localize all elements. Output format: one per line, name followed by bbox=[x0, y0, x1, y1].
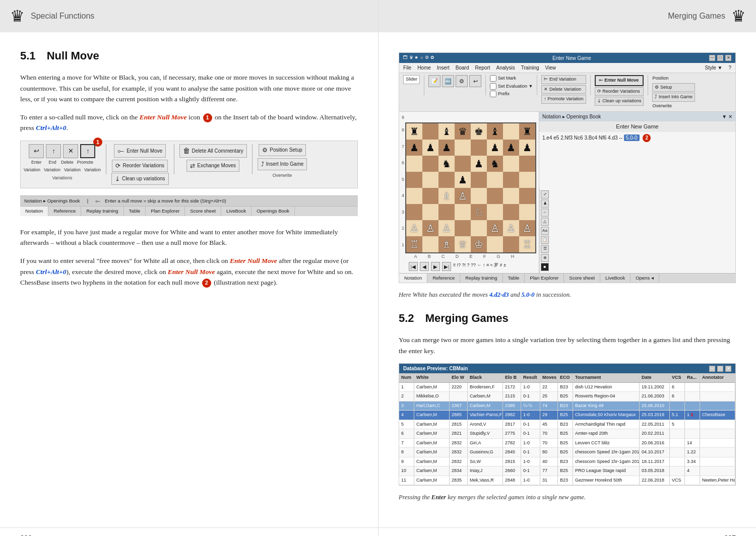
menu-board[interactable]: Board bbox=[456, 64, 469, 72]
tab-plan-explorer[interactable]: Plan Explorer bbox=[146, 207, 185, 216]
enter-null-move-button[interactable]: ⟜ Enter Null Move bbox=[114, 144, 166, 158]
cell-3-6[interactable] bbox=[503, 172, 519, 188]
table-row[interactable]: 10 Carlsen,M 2834 Iniay,J 2660 0-1 77 B2… bbox=[399, 466, 735, 476]
tb-icon-3[interactable]: ⚙ bbox=[456, 75, 468, 87]
tab-openings-book[interactable]: Openings Book bbox=[251, 207, 295, 216]
cell-4-5[interactable] bbox=[487, 188, 503, 204]
cell-3-2[interactable] bbox=[438, 172, 455, 188]
chess-tab-reference[interactable]: Reference bbox=[427, 274, 460, 283]
cell-3-7[interactable] bbox=[519, 172, 535, 188]
cell-4-2[interactable]: ♗ bbox=[438, 188, 455, 204]
tb-icon-4[interactable]: ↩ bbox=[469, 75, 481, 87]
cell-7-0[interactable]: ♖ bbox=[406, 236, 422, 252]
insert-into-game-btn[interactable]: ⤴ Insert Into Game bbox=[258, 158, 307, 170]
table-row[interactable]: 3 Harl,Oam,C 2367 Carlsen,M 2385 ½-½ 74 … bbox=[399, 401, 735, 411]
promote-btn[interactable]: ↑ bbox=[80, 144, 95, 158]
chess-tab-livebook[interactable]: LiveBook bbox=[600, 274, 631, 283]
cell-3-4[interactable] bbox=[471, 172, 487, 188]
cell-2-3[interactable] bbox=[455, 156, 471, 172]
side-btn-7[interactable]: ☰ bbox=[541, 245, 549, 253]
cell-0-5[interactable]: ♝ bbox=[487, 123, 503, 140]
clean-up-btn[interactable]: ⤓ Clean up variations bbox=[111, 173, 169, 185]
cell-0-2[interactable]: ♝ bbox=[438, 123, 455, 140]
tb-icon-1[interactable]: 📝 bbox=[428, 75, 440, 87]
cell-4-3[interactable]: ♙ bbox=[455, 188, 471, 204]
reorder-variations-main-btn[interactable]: ⟳ Reorder Variations bbox=[595, 87, 644, 96]
prefix-checkbox[interactable] bbox=[490, 91, 496, 97]
cell-7-1[interactable] bbox=[422, 236, 438, 252]
cell-6-4[interactable] bbox=[471, 220, 487, 236]
tab-table[interactable]: Table bbox=[124, 207, 146, 216]
cell-7-7[interactable]: ♖ bbox=[519, 236, 535, 252]
menu-file[interactable]: File bbox=[403, 64, 411, 72]
side-btn-8[interactable]: ⊕ bbox=[541, 254, 549, 262]
enter-null-move-main-btn[interactable]: ⟜ Enter Null Move bbox=[595, 75, 644, 86]
cell-6-3[interactable] bbox=[455, 220, 471, 236]
cell-5-1[interactable] bbox=[422, 204, 438, 220]
cell-1-5[interactable]: ♟ bbox=[487, 140, 503, 156]
cell-4-0[interactable] bbox=[406, 188, 422, 204]
end-variation-btn[interactable]: ⊢ End Variation bbox=[541, 75, 586, 84]
cell-3-3[interactable]: ♟ bbox=[455, 172, 471, 188]
cell-3-0[interactable] bbox=[406, 172, 422, 188]
cell-7-4[interactable]: ♔ bbox=[471, 236, 487, 252]
table-row[interactable]: 8 Carlsen,M 2832 Guseinov,G 2845 0-1 80 … bbox=[399, 448, 735, 457]
enter-btn[interactable]: ↩ bbox=[29, 144, 44, 158]
cell-2-5[interactable]: ♞ bbox=[487, 156, 503, 172]
cell-0-4[interactable]: ♚ bbox=[471, 123, 487, 140]
cell-7-2[interactable]: ♗ bbox=[438, 236, 455, 252]
chess-tab-plan[interactable]: Plan Explorer bbox=[525, 274, 564, 283]
cell-4-6[interactable] bbox=[503, 188, 519, 204]
cell-0-3[interactable]: ♛ bbox=[455, 123, 471, 140]
side-btn-1[interactable]: ⤢ bbox=[541, 190, 549, 198]
cell-6-7[interactable]: ♙ bbox=[519, 220, 535, 236]
menu-training[interactable]: Training bbox=[521, 64, 539, 72]
table-row[interactable]: 5 Carlsen,M 2815 Arond,V 2817 0-1 45 B23… bbox=[399, 420, 735, 430]
cell-0-0[interactable]: ♜ bbox=[406, 123, 422, 140]
toolbar-slider[interactable]: Slider bbox=[403, 75, 420, 84]
chess-tab-openings[interactable]: Opens ◂ bbox=[631, 274, 659, 283]
cell-5-5[interactable] bbox=[487, 204, 503, 220]
tb-icon-2[interactable]: 🔤 bbox=[442, 75, 454, 87]
cell-1-1[interactable]: ♟ bbox=[422, 140, 438, 156]
table-row[interactable]: 9 Carlsen,M 2832 So,W 2815 1-0 40 B23 ch… bbox=[399, 457, 735, 467]
db-maximize[interactable]: □ bbox=[717, 366, 723, 372]
set-eval-checkbox[interactable] bbox=[490, 83, 496, 90]
cell-1-4[interactable] bbox=[471, 140, 487, 156]
cell-0-1[interactable] bbox=[422, 123, 438, 140]
db-close[interactable]: ✕ bbox=[725, 366, 731, 372]
tab-replay-training[interactable]: Replay training bbox=[81, 207, 123, 216]
table-row[interactable]: 1 Carlsen,M 2220 Brodersen,F 2172 1-0 22… bbox=[399, 383, 735, 392]
cell-7-3[interactable]: ♕ bbox=[455, 236, 471, 252]
cell-3-1[interactable] bbox=[422, 172, 438, 188]
cell-6-0[interactable]: ♙ bbox=[406, 220, 422, 236]
cell-2-6[interactable] bbox=[503, 156, 519, 172]
cell-6-2[interactable]: ♙ bbox=[438, 220, 455, 236]
set-mark-checkbox[interactable] bbox=[490, 75, 496, 82]
side-btn-2[interactable]: ♟ bbox=[541, 199, 549, 208]
cell-5-0[interactable] bbox=[406, 204, 422, 220]
exchange-moves-btn[interactable]: ⇄ Exchange Moves bbox=[186, 160, 239, 172]
reorder-variations-btn[interactable]: ⟳ Reorder Variations bbox=[112, 160, 168, 172]
cell-0-6[interactable] bbox=[503, 123, 519, 140]
cell-6-1[interactable]: ♙ bbox=[422, 220, 438, 236]
cell-5-4[interactable]: ♘ bbox=[471, 204, 487, 220]
cell-6-6[interactable]: ♙ bbox=[503, 220, 519, 236]
side-btn-5[interactable]: Aa bbox=[541, 227, 549, 235]
nav-next[interactable]: ▶ bbox=[431, 262, 440, 271]
variation-promote-btn[interactable]: ↑ Promote Variation bbox=[541, 95, 586, 104]
cell-5-2[interactable] bbox=[438, 204, 455, 220]
tab-notation[interactable]: Notation bbox=[20, 207, 48, 216]
cell-6-5[interactable]: ♙ bbox=[487, 220, 503, 236]
end-btn[interactable]: ↑ bbox=[46, 144, 61, 158]
help-btn[interactable]: ? bbox=[728, 64, 731, 72]
menu-report[interactable]: Report bbox=[475, 64, 490, 72]
side-btn-4[interactable]: △ bbox=[541, 218, 549, 226]
tab-reference[interactable]: Reference bbox=[48, 207, 81, 216]
menu-insert[interactable]: Insert bbox=[437, 64, 450, 72]
cell-1-2[interactable]: ♟ bbox=[438, 140, 455, 156]
delete-all-commentary-btn[interactable]: 🗑 Delete All Commentary bbox=[179, 144, 247, 158]
chess-tab-notation[interactable]: Notation bbox=[399, 274, 427, 283]
delete-btn[interactable]: ✕ bbox=[63, 144, 78, 158]
table-row[interactable]: 7 Carlsen,M 2832 Giri,A 2782 1-0 70 B25 … bbox=[399, 439, 735, 448]
